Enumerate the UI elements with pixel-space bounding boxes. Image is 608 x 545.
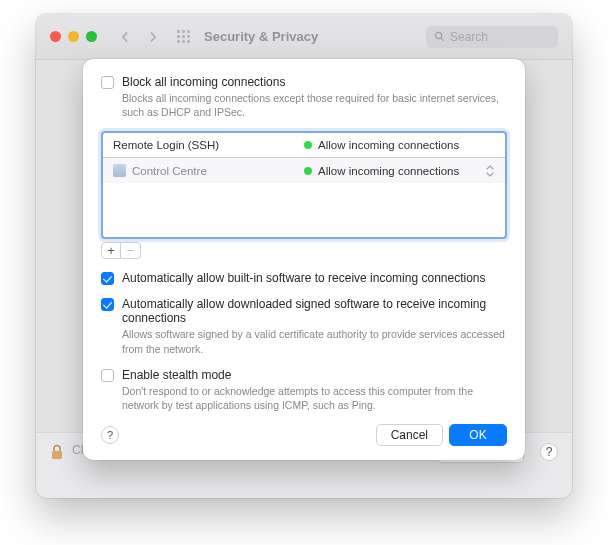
stealth-label: Enable stealth mode [122, 368, 507, 382]
auto-signed-row: Automatically allow downloaded signed so… [101, 297, 507, 355]
remove-button[interactable]: − [121, 242, 141, 259]
auto-builtin-label: Automatically allow built-in software to… [122, 271, 486, 285]
app-status: Allow incoming connections [318, 139, 459, 151]
app-list[interactable]: Remote Login (SSH) Allow incoming connec… [101, 131, 507, 239]
stealth-sub: Don't respond to or acknowledge attempts… [122, 384, 507, 412]
add-remove-controls: + − [101, 242, 507, 259]
block-all-checkbox[interactable] [101, 76, 114, 89]
auto-signed-checkbox[interactable] [101, 298, 114, 311]
app-name-cell: Control Centre [132, 165, 207, 177]
status-dot-icon [304, 141, 312, 149]
cancel-button[interactable]: Cancel [376, 424, 443, 446]
block-all-row: Block all incoming connections Blocks al… [101, 75, 507, 119]
add-button[interactable]: + [101, 242, 121, 259]
auto-signed-label: Automatically allow downloaded signed so… [122, 297, 507, 325]
auto-builtin-row: Automatically allow built-in software to… [101, 271, 507, 285]
help-button[interactable]: ? [540, 443, 558, 461]
table-row[interactable]: Remote Login (SSH) Allow incoming connec… [103, 133, 505, 158]
block-all-label: Block all incoming connections [122, 75, 507, 89]
stealth-row: Enable stealth mode Don't respond to or … [101, 368, 507, 412]
table-row[interactable]: Control Centre Allow incoming connection… [103, 158, 505, 183]
app-icon [113, 164, 126, 177]
auto-signed-sub: Allows software signed by a valid certif… [122, 327, 507, 355]
updown-icon[interactable] [485, 164, 495, 178]
sheet-help-button[interactable]: ? [101, 426, 119, 444]
stealth-checkbox[interactable] [101, 369, 114, 382]
ok-button[interactable]: OK [449, 424, 507, 446]
block-all-sub: Blocks all incoming connections except t… [122, 91, 507, 119]
svg-rect-2 [52, 451, 62, 459]
app-status: Allow incoming connections [318, 165, 459, 177]
app-name-cell: Remote Login (SSH) [113, 139, 304, 151]
status-dot-icon [304, 167, 312, 175]
sheet-button-row: ? Cancel OK [101, 424, 507, 446]
firewall-options-sheet: Block all incoming connections Blocks al… [83, 59, 525, 460]
auto-builtin-checkbox[interactable] [101, 272, 114, 285]
lock-icon[interactable] [50, 443, 64, 461]
prefs-window: Security & Privacy Search Click the lock… [36, 14, 572, 498]
